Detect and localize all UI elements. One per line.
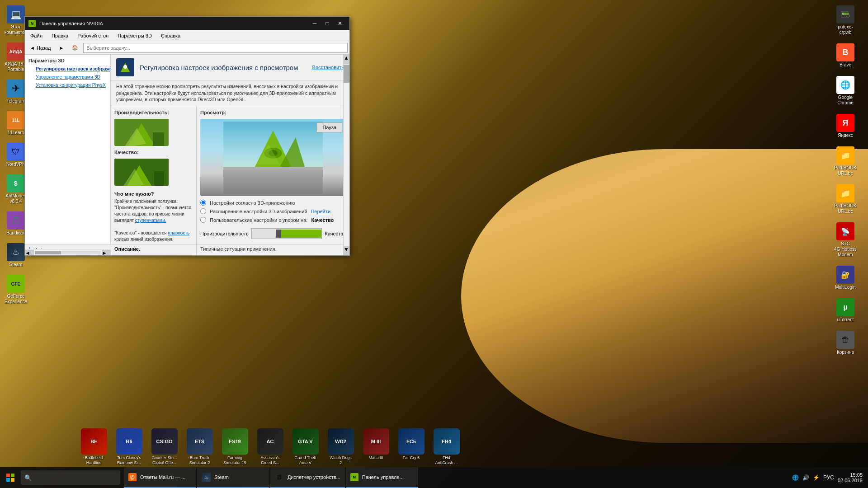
smoothness-link[interactable]: плавность: [168, 230, 189, 235]
horizontal-scrollbar[interactable]: ◄ ►: [25, 249, 111, 255]
chrome-icon[interactable]: 🌐 GoogleChrome: [835, 74, 856, 108]
pause-button[interactable]: Пауза: [316, 122, 342, 132]
game-farming[interactable]: FS19 FarmingSimulator 19: [218, 428, 252, 465]
window-toolbar: ◄ Назад ► 🏠: [25, 41, 349, 55]
taskbar-nvidia-label: Панель управле...: [362, 474, 404, 480]
my-computer-label: Этоткомпьютер: [5, 24, 27, 35]
tree-item-manage-3d[interactable]: Управление параметрами 3D: [25, 73, 110, 81]
menu-3d-params[interactable]: Параметры 3D: [114, 32, 156, 39]
game-gta5[interactable]: GTA V Grand TheftAuto V: [288, 428, 322, 465]
radio-3d-app[interactable]: [200, 200, 206, 206]
putty-icon[interactable]: 📟 putexe-crpwb: [835, 4, 856, 37]
patchbook1-icon[interactable]: 📁 PathBOOKURL.bc: [832, 145, 858, 178]
stc-modem-icon[interactable]: 📡 STC4G HotlessModem: [832, 221, 858, 259]
back-button[interactable]: ◄ Назад: [27, 42, 54, 53]
taskbar-device-manager[interactable]: 🖥 Диспетчер устройств...: [270, 467, 345, 488]
volume-icon: 🔊: [802, 474, 809, 481]
radio-custom[interactable]: [200, 217, 206, 223]
recycle-bin-icon[interactable]: 🗑 Корзина: [835, 329, 856, 357]
brave-label: Brave: [840, 62, 851, 68]
scrollbar-down-button[interactable]: ▼: [344, 246, 349, 255]
game-euro-truck[interactable]: ETS Euro TruckSimulator 2: [183, 428, 217, 465]
performance-label: Производительность:: [114, 110, 193, 115]
menu-file[interactable]: Файл: [27, 32, 46, 39]
scroll-track[interactable]: [35, 251, 101, 254]
maximize-button[interactable]: □: [321, 19, 333, 28]
task-search-input[interactable]: [83, 43, 348, 53]
telegram-label: Telegram: [6, 99, 25, 104]
patchbook2-icon[interactable]: 📁 PathBOOKURL.bc: [832, 183, 858, 216]
start-button[interactable]: [0, 467, 21, 488]
game-rainbow-six[interactable]: R6 Tom Clancy'sRainbow Si...: [112, 428, 146, 465]
game-battlefield-label: BattlefieldHardline: [85, 455, 103, 465]
preview-viewport: Пауза: [200, 119, 346, 196]
radio-row-3: Пользовательские настройки с упором на: …: [200, 217, 346, 223]
multilogin-label: MultiLogin: [835, 285, 856, 290]
nordvpn-label: NordVPN: [6, 162, 25, 167]
main-panel: Регулировка настроек изображения с просм…: [111, 55, 349, 255]
home-button[interactable]: 🏠: [69, 42, 81, 53]
minimize-button[interactable]: ─: [309, 19, 321, 28]
game-fh4[interactable]: FH4 FH4AntiCrash ...: [429, 428, 463, 465]
yandex-label: Яндекс: [838, 133, 853, 138]
brave-icon[interactable]: B Brave: [835, 42, 856, 70]
patchbook2-label: PathBOOKURL.bc: [834, 203, 856, 214]
scroll-right-button[interactable]: ►: [102, 250, 111, 255]
tree-root[interactable]: Параметры 3D: [25, 56, 110, 65]
game-fh4-label: FH4AntiCrash ...: [435, 455, 458, 465]
game-watchdogs[interactable]: WD2 Watch Dogs2: [324, 428, 358, 465]
yandex-icon[interactable]: Я Яндекс: [835, 112, 856, 140]
aida-label: АИДА 18.9Portable: [5, 61, 27, 72]
svg-rect-20: [11, 478, 14, 482]
game-csgo-label: Counter-Stri...Global Offe...: [151, 455, 177, 465]
quality-slider[interactable]: [251, 228, 322, 239]
radio-advanced[interactable]: [200, 208, 206, 214]
multilogin-icon[interactable]: 🔐 MultiLogin: [833, 264, 858, 292]
quality-preview: [114, 159, 169, 186]
geforce-icon[interactable]: GFE GeForceExperience: [2, 273, 29, 306]
taskbar-device-manager-label: Диспетчер устройств...: [288, 474, 340, 480]
menu-help[interactable]: Справка: [157, 32, 184, 39]
lang-indicator[interactable]: РУС: [823, 474, 834, 481]
restore-link[interactable]: Восстановить: [312, 65, 344, 70]
game-battlefield[interactable]: BF BattlefieldHardline: [77, 428, 111, 465]
scroll-thumb[interactable]: [35, 251, 61, 254]
taskbar-nvidia-panel[interactable]: N Панель управле...: [346, 467, 418, 488]
quality-badge: Качество: [311, 217, 334, 223]
what-title: Что мне нужно?: [114, 191, 193, 197]
menu-desktop[interactable]: Рабочий стол: [74, 32, 112, 39]
stepwise-link[interactable]: ступенчатыми.: [135, 218, 166, 223]
game-farming-label: FarmingSimulator 19: [223, 455, 246, 465]
taskbar-mail-ru[interactable]: @ Ответы Mail.ru — ...: [124, 467, 196, 488]
battery-icon: ⚡: [813, 474, 820, 481]
left-settings-section: Производительность: Качество:: [111, 106, 197, 255]
goto-link[interactable]: Перейти: [311, 209, 330, 214]
taskbar-search[interactable]: 🔍: [21, 470, 120, 485]
slider-thumb[interactable]: [276, 230, 281, 238]
menu-edit[interactable]: Правка: [48, 32, 72, 39]
window-menubar: Файл Правка Рабочий стол Параметры 3D Сп…: [25, 30, 349, 41]
main-content-header: Регулировка настроек изображения с просм…: [111, 55, 349, 80]
scrollbar-thumb[interactable]: [344, 65, 349, 83]
scroll-left-button[interactable]: ◄: [25, 250, 34, 255]
vertical-scrollbar[interactable]: ▲ ▼: [343, 55, 349, 255]
game-euro-truck-label: Euro TruckSimulator 2: [189, 455, 210, 465]
close-button[interactable]: ✕: [334, 19, 346, 28]
game-assassins-creed[interactable]: AC Assassin'sCreed S...: [253, 428, 287, 465]
search-icon: 🔍: [24, 474, 32, 481]
svg-rect-19: [6, 478, 10, 482]
forward-button[interactable]: ►: [56, 42, 67, 53]
tree-item-image-settings[interactable]: Регулировка настроек изображения с пр...: [25, 65, 110, 73]
description-title: Описание.: [114, 246, 193, 252]
game-mafia3[interactable]: M III Mafia III: [359, 428, 393, 465]
what-section: Что мне нужно? Крайние положения ползунк…: [114, 191, 193, 243]
taskbar-steam[interactable]: ♨ Steam: [197, 467, 269, 488]
tree-item-physx[interactable]: Установка конфигурации PhysX: [25, 81, 110, 89]
utorrent-icon[interactable]: µ uTorrent: [835, 296, 856, 324]
game-farcry5[interactable]: FC5 Far Cry 5: [394, 428, 428, 465]
svg-rect-9: [154, 171, 164, 186]
scrollbar-up-button[interactable]: ▲: [344, 55, 349, 64]
putty-label: putexe-crpwb: [838, 24, 853, 35]
antmoney-label: AntMoneyv8.0.4: [5, 193, 26, 204]
game-csgo[interactable]: CS:GO Counter-Stri...Global Offe...: [147, 428, 181, 465]
